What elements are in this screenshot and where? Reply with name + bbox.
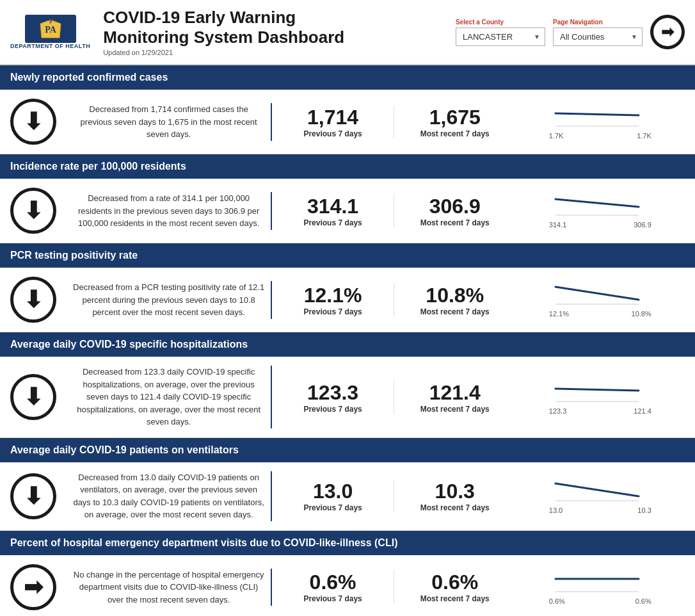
section-body-hospitalizations: ⬇ Decreased from 123.3 daily COVID-19 sp… <box>0 357 695 438</box>
prev-stat-ventilators: 13.0 Previous 7 days <box>272 480 394 512</box>
down-arrow-icon: ⬇ <box>24 483 43 510</box>
chart-left-label-cli: 0.6% <box>549 597 565 605</box>
prev-value-ventilators: 13.0 <box>313 480 353 503</box>
svg-text:🦅: 🦅 <box>47 18 54 24</box>
prev-value-confirmed-cases: 1,714 <box>307 106 358 129</box>
navigate-button[interactable]: ➡ <box>650 15 685 49</box>
description-ventilators: Decreased from 13.0 daily COVID-19 patie… <box>67 471 272 521</box>
prev-stat-hospitalizations: 123.3 Previous 7 days <box>272 381 394 414</box>
logo-area: PA 🦅 DEPARTMENT OF HEALTH <box>10 15 90 49</box>
chart-right-label-hospitalizations: 121.4 <box>634 407 651 415</box>
section-header-pcr-positivity: PCR testing positivity rate <box>0 243 695 268</box>
recent-stat-ventilators: 10.3 Most recent 7 days <box>394 480 516 512</box>
county-select[interactable]: LANCASTER <box>456 28 545 46</box>
chart-incidence-rate: 314.1 306.9 <box>516 193 685 229</box>
recent-label-pcr-positivity: Most recent 7 days <box>420 307 490 316</box>
chart-left-label-ventilators: 13.0 <box>549 507 563 514</box>
title-area: COVID-19 Early Warning Monitoring System… <box>103 8 456 56</box>
trend-icon-ventilators: ⬇ <box>10 473 56 519</box>
chart-labels-incidence-rate: 314.1 306.9 <box>549 221 651 229</box>
recent-label-hospitalizations: Most recent 7 days <box>420 405 490 414</box>
page-nav-wrapper[interactable]: All Counties <box>553 28 643 46</box>
recent-label-ventilators: Most recent 7 days <box>420 503 490 512</box>
section-header-incidence-rate: Incidence rate per 100,000 residents <box>0 154 695 179</box>
prev-stat-incidence-rate: 314.1 Previous 7 days <box>272 195 394 227</box>
recent-value-confirmed-cases: 1,675 <box>429 106 481 129</box>
chart-left-label-pcr-positivity: 12.1% <box>549 310 569 318</box>
section-body-ventilators: ⬇ Decreased from 13.0 daily COVID-19 pat… <box>0 462 695 531</box>
chart-ventilators: 13.0 10.3 <box>516 478 685 514</box>
prev-stat-confirmed-cases: 1,714 Previous 7 days <box>272 106 394 138</box>
nav-button-inner: ➡ <box>653 18 682 46</box>
county-dropdown-wrapper[interactable]: LANCASTER <box>456 28 545 46</box>
description-cli: No change in the percentage of hospital … <box>67 569 272 606</box>
page-nav-label: Page Navigation <box>553 19 643 26</box>
section-pcr-positivity: PCR testing positivity rate ⬇ Decreased … <box>0 243 695 332</box>
section-body-pcr-positivity: ⬇ Decreased from a PCR testing positivit… <box>0 268 695 332</box>
recent-value-incidence-rate: 306.9 <box>429 195 481 218</box>
page-nav-select[interactable]: All Counties <box>553 28 643 46</box>
sections-container: Newly reported confirmed cases ⬇ Decreas… <box>0 65 695 616</box>
mini-chart-ventilators <box>549 478 651 504</box>
mini-chart-confirmed-cases <box>549 104 651 129</box>
trend-icon-cli: ➡ <box>10 564 56 610</box>
trend-icon-incidence-rate: ⬇ <box>10 188 56 234</box>
section-body-cli: ➡ No change in the percentage of hospita… <box>0 555 695 616</box>
mini-chart-incidence-rate <box>549 193 651 218</box>
prev-label-pcr-positivity: Previous 7 days <box>303 307 362 316</box>
logo-subtitle: DEPARTMENT OF HEALTH <box>10 43 90 49</box>
prev-label-confirmed-cases: Previous 7 days <box>303 129 362 138</box>
chart-right-label-pcr-positivity: 10.8% <box>632 310 651 318</box>
prev-value-incidence-rate: 314.1 <box>307 195 358 218</box>
mini-chart-cli <box>549 569 651 595</box>
recent-value-cli: 0.6% <box>431 571 478 594</box>
chart-labels-ventilators: 13.0 10.3 <box>549 507 651 514</box>
section-body-confirmed-cases: ⬇ Decreased from 1,714 confirmed cases t… <box>0 90 695 154</box>
controls-area: Select a County LANCASTER Page Navigatio… <box>456 15 685 49</box>
recent-value-ventilators: 10.3 <box>435 480 475 503</box>
recent-label-cli: Most recent 7 days <box>420 594 490 603</box>
right-arrow-icon: ➡ <box>24 574 43 601</box>
section-header-hospitalizations: Average daily COVID-19 specific hospital… <box>0 332 695 357</box>
recent-stat-cli: 0.6% Most recent 7 days <box>394 571 516 603</box>
down-arrow-icon: ⬇ <box>24 197 43 224</box>
section-header-ventilators: Average daily COVID-19 patients on venti… <box>0 438 695 462</box>
section-cli: Percent of hospital emergency department… <box>0 531 695 616</box>
description-incidence-rate: Decreased from a rate of 314.1 per 100,0… <box>67 192 272 230</box>
county-dropdown-group: Select a County LANCASTER <box>456 19 545 46</box>
section-hospitalizations: Average daily COVID-19 specific hospital… <box>0 332 695 438</box>
recent-stat-confirmed-cases: 1,675 Most recent 7 days <box>394 106 516 138</box>
down-arrow-icon: ⬇ <box>24 286 43 313</box>
mini-chart-hospitalizations <box>549 379 651 405</box>
dashboard-title: COVID-19 Early Warning Monitoring System… <box>103 8 456 47</box>
chart-left-label-confirmed-cases: 1.7K <box>549 132 564 140</box>
prev-label-cli: Previous 7 days <box>303 594 362 603</box>
chart-labels-hospitalizations: 123.3 121.4 <box>549 407 651 415</box>
description-confirmed-cases: Decreased from 1,714 confirmed cases the… <box>67 103 272 141</box>
section-incidence-rate: Incidence rate per 100,000 residents ⬇ D… <box>0 154 695 243</box>
section-confirmed-cases: Newly reported confirmed cases ⬇ Decreas… <box>0 65 695 154</box>
prev-stat-cli: 0.6% Previous 7 days <box>272 571 394 603</box>
pa-logo: PA 🦅 <box>25 15 76 43</box>
nav-arrow-icon: ➡ <box>661 23 674 41</box>
update-date: Updated on 1/29/2021 <box>103 49 456 56</box>
page-nav-group: Page Navigation All Counties <box>553 19 643 46</box>
recent-value-hospitalizations: 121.4 <box>429 381 481 405</box>
prev-label-ventilators: Previous 7 days <box>303 503 362 512</box>
prev-stat-pcr-positivity: 12.1% Previous 7 days <box>272 284 394 316</box>
chart-right-label-confirmed-cases: 1.7K <box>637 132 651 140</box>
recent-label-incidence-rate: Most recent 7 days <box>420 218 490 227</box>
section-ventilators: Average daily COVID-19 patients on venti… <box>0 438 695 531</box>
recent-stat-pcr-positivity: 10.8% Most recent 7 days <box>394 284 516 316</box>
down-arrow-icon: ⬇ <box>24 108 43 135</box>
recent-value-pcr-positivity: 10.8% <box>426 284 484 307</box>
recent-stat-hospitalizations: 121.4 Most recent 7 days <box>394 381 516 414</box>
page-header: PA 🦅 DEPARTMENT OF HEALTH COVID-19 Early… <box>0 0 695 65</box>
description-hospitalizations: Decreased from 123.3 daily COVID-19 spec… <box>67 366 272 428</box>
chart-confirmed-cases: 1.7K 1.7K <box>516 104 685 140</box>
chart-left-label-hospitalizations: 123.3 <box>549 407 567 415</box>
down-arrow-icon: ⬇ <box>24 384 43 410</box>
chart-labels-pcr-positivity: 12.1% 10.8% <box>549 310 651 318</box>
chart-right-label-ventilators: 10.3 <box>637 507 651 514</box>
section-header-cli: Percent of hospital emergency department… <box>0 531 695 555</box>
